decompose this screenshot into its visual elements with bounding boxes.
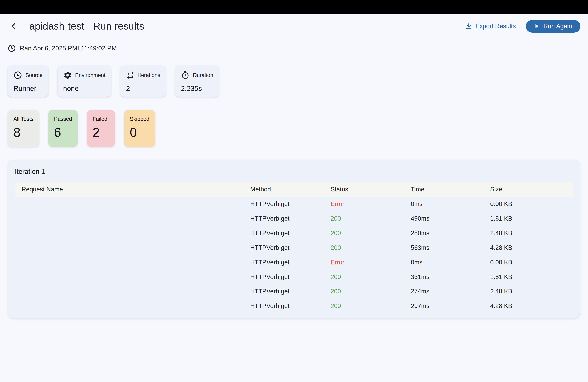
info-card-value: 2.235s <box>181 84 213 92</box>
time-cell: 0ms <box>411 200 490 208</box>
stat-card-value: 8 <box>13 125 33 140</box>
stat-card-label: Passed <box>54 116 72 122</box>
time-cell: 280ms <box>411 229 490 237</box>
status-cell: Error <box>331 259 411 266</box>
gear-icon <box>63 71 72 79</box>
column-header-status: Status <box>331 186 411 193</box>
table-row: HTTPVerb.get 200 490ms 1.81 KB <box>15 211 573 226</box>
info-card-label: Environment <box>75 72 105 78</box>
method-cell: HTTPVerb.get <box>250 229 331 237</box>
clock-icon <box>7 44 16 53</box>
stat-card-value: 6 <box>54 125 72 140</box>
method-cell: HTTPVerb.get <box>250 200 331 208</box>
method-cell: HTTPVerb.get <box>250 259 331 266</box>
column-header-method: Method <box>250 186 331 193</box>
size-cell: 4.28 KB <box>490 244 573 251</box>
info-card-value: 2 <box>126 84 160 92</box>
table-header-row: Request Name Method Status Time Size <box>15 182 573 197</box>
export-results-label: Export Results <box>475 22 516 30</box>
stat-card: All Tests 8 <box>8 110 39 147</box>
window-topbar <box>0 0 588 14</box>
run-timestamp-text: Ran Apr 6, 2025 PMt 11:49:02 PM <box>20 45 117 52</box>
time-cell: 0ms <box>411 259 490 266</box>
stopwatch-icon <box>181 71 189 79</box>
info-card-environment: Environment none <box>58 66 111 97</box>
run-results-page: apidash-test - Run results Export Result… <box>0 14 588 382</box>
download-icon <box>465 22 473 30</box>
stat-card: Failed 2 <box>87 110 115 147</box>
status-cell: Error <box>331 200 411 208</box>
size-cell: 2.48 KB <box>490 288 573 295</box>
run-info-cards: Source Runner Environment none Iteration… <box>8 66 588 97</box>
size-cell: 2.48 KB <box>490 229 573 237</box>
iteration-panel: Iteration 1 Request Name Method Status T… <box>8 160 580 318</box>
table-row: HTTPVerb.get 200 331ms 1.81 KB <box>15 269 573 284</box>
size-cell: 0.00 KB <box>490 200 573 208</box>
stat-card-label: Failed <box>93 116 109 122</box>
status-cell: 200 <box>331 215 411 222</box>
time-cell: 331ms <box>411 273 490 281</box>
info-card-value: none <box>63 84 105 92</box>
column-header-request-name: Request Name <box>15 186 250 193</box>
status-cell: 200 <box>331 273 411 281</box>
info-card-source: Source Runner <box>8 66 48 97</box>
table-row: HTTPVerb.get 200 297ms 4.28 KB <box>15 299 573 313</box>
size-cell: 0.00 KB <box>490 259 573 266</box>
method-cell: HTTPVerb.get <box>250 244 331 251</box>
export-results-button[interactable]: Export Results <box>465 22 516 30</box>
time-cell: 297ms <box>411 303 490 310</box>
info-card-duration: Duration 2.235s <box>175 66 219 97</box>
stat-card: Passed 6 <box>48 110 78 147</box>
method-cell: HTTPVerb.get <box>250 288 331 295</box>
repeat-icon <box>126 71 135 79</box>
size-cell: 1.81 KB <box>490 273 573 281</box>
table-body: HTTPVerb.get Error 0ms 0.00 KB HTTPVerb.… <box>15 197 573 313</box>
info-card-iterations: Iterations 2 <box>120 66 166 97</box>
method-cell: HTTPVerb.get <box>250 215 331 222</box>
play-circle-icon <box>13 71 22 79</box>
chevron-left-icon <box>9 22 18 31</box>
time-cell: 490ms <box>411 215 490 222</box>
stat-card-label: All Tests <box>13 116 33 122</box>
info-card-label: Duration <box>193 72 213 78</box>
iteration-title: Iteration 1 <box>15 167 573 175</box>
time-cell: 563ms <box>411 244 490 251</box>
table-row: HTTPVerb.get 200 563ms 4.28 KB <box>15 240 573 255</box>
column-header-size: Size <box>490 186 573 193</box>
table-row: HTTPVerb.get Error 0ms 0.00 KB <box>15 255 573 269</box>
test-stat-cards: All Tests 8 Passed 6 Failed 2 Skipped 0 <box>8 110 588 147</box>
info-card-label: Iterations <box>138 72 160 78</box>
info-card-value: Runner <box>13 84 42 92</box>
stat-card-value: 2 <box>93 125 109 140</box>
method-cell: HTTPVerb.get <box>250 303 331 310</box>
time-cell: 274ms <box>411 288 490 295</box>
play-icon <box>534 24 539 29</box>
size-cell: 4.28 KB <box>490 303 573 310</box>
page-title: apidash-test - Run results <box>29 20 144 32</box>
status-cell: 200 <box>331 244 411 251</box>
page-header: apidash-test - Run results Export Result… <box>0 14 588 38</box>
run-again-button[interactable]: Run Again <box>526 20 580 33</box>
stat-card-value: 0 <box>130 125 149 140</box>
run-timestamp: Ran Apr 6, 2025 PMt 11:49:02 PM <box>7 43 588 53</box>
stat-card-label: Skipped <box>130 116 149 122</box>
table-row: HTTPVerb.get 200 280ms 2.48 KB <box>15 226 573 240</box>
status-cell: 200 <box>331 229 411 237</box>
back-button[interactable] <box>9 21 18 31</box>
run-again-label: Run Again <box>543 22 572 30</box>
info-card-label: Source <box>25 72 42 78</box>
table-row: HTTPVerb.get 200 274ms 2.48 KB <box>15 284 573 299</box>
stat-card: Skipped 0 <box>124 110 155 147</box>
table-row: HTTPVerb.get Error 0ms 0.00 KB <box>15 197 573 211</box>
method-cell: HTTPVerb.get <box>250 273 331 281</box>
status-cell: 200 <box>331 303 411 310</box>
size-cell: 1.81 KB <box>490 215 573 222</box>
status-cell: 200 <box>331 288 411 295</box>
results-table: Request Name Method Status Time Size HTT… <box>15 182 573 313</box>
column-header-time: Time <box>411 186 490 193</box>
